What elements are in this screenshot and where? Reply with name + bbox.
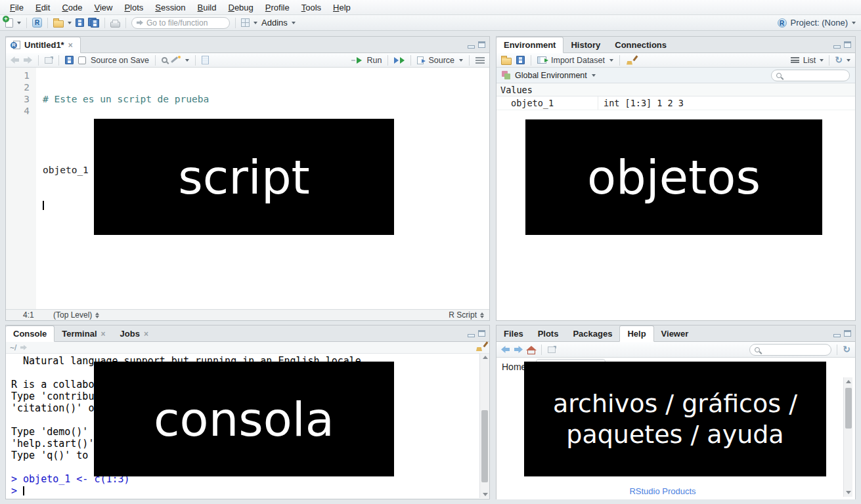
source-file-icon[interactable] [417, 56, 424, 64]
clear-workspace-icon[interactable] [626, 56, 636, 65]
scroll-thumb[interactable] [481, 410, 488, 482]
document-outline-icon[interactable] [475, 57, 485, 64]
code-tools-dropdown-icon[interactable] [185, 59, 189, 62]
tab-help[interactable]: Help [619, 326, 653, 342]
clear-console-icon[interactable] [475, 342, 485, 351]
tab-packages[interactable]: Packages [565, 326, 619, 341]
scroll-up-icon[interactable] [483, 356, 488, 359]
print-icon[interactable] [110, 22, 120, 28]
menu-code[interactable]: Code [56, 1, 88, 14]
refresh-dropdown-icon[interactable] [847, 59, 850, 62]
file-type-selector[interactable]: R Script [449, 310, 484, 320]
save-workspace-icon[interactable] [516, 56, 525, 64]
project-dropdown-icon[interactable] [852, 22, 856, 24]
source-on-save-checkbox[interactable] [78, 56, 86, 64]
new-file-dropdown-icon[interactable] [17, 22, 21, 24]
open-file-icon[interactable] [53, 20, 64, 28]
menu-session[interactable]: Session [149, 1, 191, 14]
tab-files[interactable]: Files [497, 326, 531, 341]
menu-plots[interactable]: Plots [118, 1, 149, 14]
help-breadcrumb-home[interactable]: Home [502, 362, 526, 372]
scroll-down-icon[interactable] [846, 491, 851, 494]
run-button[interactable]: Run [366, 56, 382, 65]
save-all-icon[interactable] [88, 18, 99, 28]
open-recent-dropdown-icon[interactable] [68, 22, 72, 24]
scroll-thumb[interactable] [845, 388, 852, 429]
environment-scope-selector[interactable]: Global Environment [515, 71, 587, 80]
minimize-pane-icon[interactable] [833, 330, 841, 337]
menu-tools[interactable]: Tools [296, 1, 327, 14]
code-tools-icon[interactable] [172, 56, 181, 64]
file-type-spinner-icon[interactable] [480, 312, 484, 318]
list-view-icon[interactable] [791, 57, 799, 63]
back-icon[interactable] [501, 346, 510, 353]
save-icon[interactable] [65, 56, 74, 64]
tab-terminal[interactable]: Terminal [55, 326, 112, 341]
console-prompt-line[interactable]: > [11, 485, 489, 497]
find-replace-icon[interactable] [162, 57, 167, 63]
environment-search-box[interactable] [771, 70, 850, 81]
back-icon[interactable] [11, 56, 19, 64]
menu-edit[interactable]: Edit [30, 1, 56, 14]
load-workspace-icon[interactable] [501, 58, 512, 65]
tab-history[interactable]: History [563, 37, 607, 52]
scroll-up-icon[interactable] [846, 380, 851, 383]
menu-build[interactable]: Build [192, 1, 223, 14]
source-dropdown-icon[interactable] [459, 59, 463, 62]
pane-layout-dropdown-icon[interactable] [254, 22, 257, 24]
goto-file-input[interactable] [146, 18, 219, 28]
save-icon[interactable] [76, 18, 84, 27]
menu-file[interactable]: File [4, 1, 30, 14]
list-view-button[interactable]: List [803, 56, 816, 65]
popout-directory-icon[interactable] [20, 345, 27, 350]
project-selector[interactable]: R Project: (None) [778, 18, 856, 28]
environment-scope-dropdown-icon[interactable] [592, 74, 596, 77]
maximize-pane-icon[interactable] [478, 330, 485, 337]
scroll-down-icon[interactable] [483, 493, 488, 496]
environment-search-input[interactable] [785, 71, 837, 80]
maximize-pane-icon[interactable] [844, 330, 851, 337]
addins-dropdown-icon[interactable] [292, 22, 296, 24]
scope-selector[interactable]: (Top Level) [53, 310, 99, 320]
help-search-input[interactable] [763, 345, 816, 354]
tab-jobs[interactable]: Jobs [113, 326, 156, 341]
tab-plots[interactable]: Plots [531, 326, 566, 341]
new-project-icon[interactable]: R [32, 18, 42, 28]
help-search-box[interactable] [749, 344, 831, 356]
refresh-icon[interactable] [835, 55, 843, 65]
maximize-pane-icon[interactable] [478, 41, 485, 48]
maximize-pane-icon[interactable] [844, 41, 851, 48]
close-jobs-icon[interactable] [144, 329, 148, 339]
goto-file-box[interactable] [131, 17, 230, 29]
import-dataset-button[interactable]: Import Dataset [551, 56, 605, 65]
close-terminal-icon[interactable] [101, 329, 106, 339]
close-tab-icon[interactable] [68, 40, 73, 50]
tab-viewer[interactable]: Viewer [654, 326, 696, 341]
tab-connections[interactable]: Connections [607, 37, 674, 52]
menu-profile[interactable]: Profile [259, 1, 296, 14]
open-in-new-window-icon[interactable] [45, 57, 53, 64]
rerun-icon[interactable] [394, 57, 405, 64]
scope-spinner-icon[interactable] [95, 312, 99, 318]
minimize-pane-icon[interactable] [468, 41, 475, 48]
minimize-pane-icon[interactable] [468, 330, 475, 337]
addins-button[interactable]: Addins [261, 18, 288, 28]
menu-debug[interactable]: Debug [223, 1, 259, 14]
rstudio-products-link[interactable]: RStudio Products [497, 486, 829, 496]
menu-view[interactable]: View [88, 1, 118, 14]
pane-layout-icon[interactable] [241, 18, 250, 27]
run-icon[interactable] [351, 57, 362, 64]
tab-untitled1[interactable]: Untitled1* [6, 37, 81, 53]
open-in-new-window-icon[interactable] [548, 346, 556, 353]
tab-environment[interactable]: Environment [497, 37, 563, 53]
source-button[interactable]: Source [428, 56, 454, 65]
console-scrollbar[interactable] [479, 354, 489, 498]
compile-report-icon[interactable] [202, 56, 209, 64]
help-scrollbar[interactable] [843, 377, 852, 497]
import-dataset-dropdown-icon[interactable] [609, 59, 613, 62]
tab-console[interactable]: Console [6, 326, 55, 342]
import-dataset-icon[interactable] [537, 56, 546, 64]
new-file-icon[interactable] [5, 18, 13, 28]
refresh-icon[interactable] [843, 345, 850, 354]
forward-icon[interactable] [514, 346, 523, 353]
